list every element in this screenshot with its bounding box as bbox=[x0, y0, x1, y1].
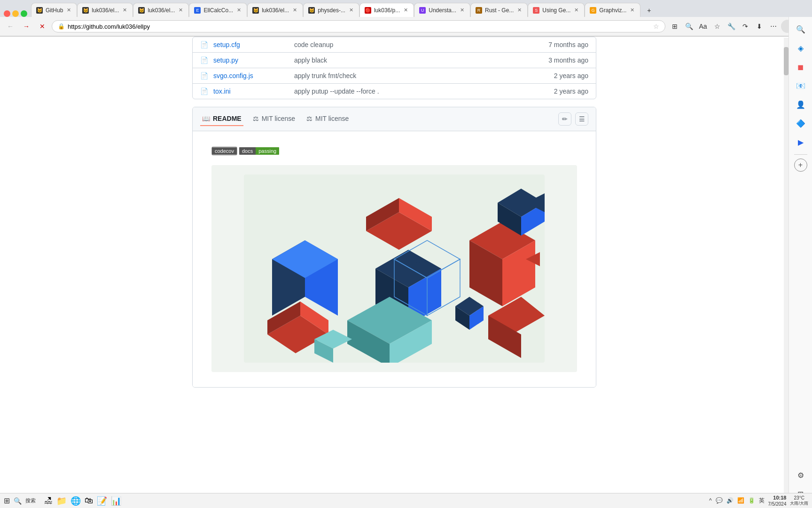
taskbar-edge-button[interactable]: 🌐 bbox=[70, 495, 82, 507]
tab-label-graphviz: Graphviz... bbox=[599, 7, 626, 14]
scrollbar-thumb[interactable] bbox=[784, 47, 789, 75]
file-commit-setuppy: apply black bbox=[294, 56, 526, 64]
tab-luk3[interactable]: 🐱 luk036/el... ✕ bbox=[247, 3, 303, 17]
readme-tab-readme[interactable]: 📖 README bbox=[200, 112, 243, 126]
sidebar-outlook-button[interactable]: 📧 bbox=[792, 77, 809, 94]
tab-physdes[interactable]: 🐱 physdes-... ✕ bbox=[303, 3, 359, 17]
tab-graphviz[interactable]: G Graphviz... ✕ bbox=[585, 3, 640, 17]
time-display: 10:18 bbox=[768, 494, 787, 501]
readme-edit-button[interactable]: ✏ bbox=[558, 112, 571, 126]
sidebar-designer-button[interactable]: ⚙ bbox=[792, 467, 809, 484]
tab-close-rust[interactable]: ✕ bbox=[516, 6, 523, 14]
tab-github[interactable]: 🐱 GitHub ✕ bbox=[31, 3, 77, 17]
file-commit-toxini: apply putup --update --force . bbox=[294, 87, 526, 95]
file-link-svgo[interactable]: svgo.config.js bbox=[213, 72, 289, 79]
tab-label-luk3: luk036/el... bbox=[262, 7, 289, 14]
tab-favicon-rust: R bbox=[476, 7, 482, 14]
start-button[interactable]: ⊞ bbox=[4, 496, 10, 505]
toolbar: ← → ✕ 🔒 ☆ ⊞ 🔍 Aa ☆ 🔧 ↷ ⬇ ⋯ ⋯ bbox=[0, 17, 812, 36]
file-icon-setupcfg: 📄 bbox=[200, 41, 208, 48]
tab-bar: 🐱 GitHub ✕ 🐱 luk036/el... ✕ 🐱 luk036/el.… bbox=[0, 0, 812, 17]
tab-label-luk1: luk036/el... bbox=[92, 7, 119, 14]
taskbar-explorer-button[interactable]: 🏖 bbox=[43, 495, 54, 507]
zoom-button[interactable]: 🔍 bbox=[682, 20, 695, 33]
tab-close-using[interactable]: ✕ bbox=[573, 6, 579, 14]
tab-luk2[interactable]: 🐱 luk036/el... ✕ bbox=[133, 3, 189, 17]
expand-tray-button[interactable]: ^ bbox=[709, 497, 712, 504]
file-icon-svgo: 📄 bbox=[200, 72, 208, 79]
address-bar[interactable]: 🔒 ☆ bbox=[52, 20, 665, 32]
sidebar-search-button[interactable]: 🔍 bbox=[792, 21, 809, 38]
tab-favicon-physdes: 🐱 bbox=[308, 7, 315, 14]
file-time-setupcfg: 7 months ago bbox=[532, 41, 588, 48]
taskbar-another-button[interactable]: 📊 bbox=[110, 495, 122, 507]
scrollbar-track bbox=[784, 38, 789, 493]
battery-icon: 🔋 bbox=[748, 497, 755, 504]
tab-close-luk-active[interactable]: ✕ bbox=[403, 6, 409, 14]
read-aloud-button[interactable]: Aa bbox=[696, 20, 710, 33]
new-tab-button[interactable]: + bbox=[642, 4, 656, 17]
tab-favicon-luk2: 🐱 bbox=[138, 7, 145, 14]
favorites-button[interactable]: ☆ bbox=[710, 20, 724, 33]
edge-sidebar: 🔍 ◈ ◼ 📧 👤 🔷 ▶ + ⚙ ⊞ bbox=[789, 17, 812, 507]
tab-understand[interactable]: U Understa... ✕ bbox=[414, 3, 470, 17]
readme-tab-mit2[interactable]: ⚖ MIT license bbox=[304, 112, 351, 126]
maximize-window-btn[interactable] bbox=[21, 10, 27, 17]
tab-rust[interactable]: R Rust - Ge... ✕ bbox=[470, 3, 528, 17]
reload-button[interactable]: ✕ bbox=[36, 20, 49, 33]
taskbar-files-button[interactable]: 📁 bbox=[55, 495, 68, 507]
search-taskbar-button[interactable]: 🔍 bbox=[14, 497, 22, 505]
tray-icon-1: 💬 bbox=[716, 497, 723, 504]
browser-chrome: 🐱 GitHub ✕ 🐱 luk036/el... ✕ 🐱 luk036/el.… bbox=[0, 0, 812, 37]
readme-svg-illustration bbox=[244, 175, 545, 363]
weather-widget[interactable]: 23°C 大雨/大雨 bbox=[790, 495, 808, 506]
close-window-btn[interactable] bbox=[4, 10, 10, 17]
tab-luk-active[interactable]: 🔴 luk036/p... ✕ bbox=[359, 3, 414, 17]
tab-ellcalc[interactable]: E EllCalcCo... ✕ bbox=[189, 3, 247, 17]
readme-tab-mit1[interactable]: ⚖ MIT license bbox=[251, 112, 297, 126]
tab-close-physdes[interactable]: ✕ bbox=[348, 6, 354, 14]
tab-close-luk1[interactable]: ✕ bbox=[122, 6, 128, 14]
tab-luk1[interactable]: 🐱 luk036/el... ✕ bbox=[77, 3, 133, 17]
history-button[interactable]: ↷ bbox=[739, 20, 752, 33]
sidebar-copilot-button[interactable]: ◈ bbox=[792, 40, 809, 56]
docs-passing-badge[interactable]: docs passing bbox=[239, 146, 279, 156]
tab-close-ellcalc[interactable]: ✕ bbox=[236, 6, 242, 14]
tray-icon-2: 🔊 bbox=[726, 497, 734, 504]
tab-close-understand[interactable]: ✕ bbox=[459, 6, 465, 14]
tab-close-graphviz[interactable]: ✕ bbox=[629, 6, 635, 14]
tab-label-ellcalc: EllCalcCo... bbox=[203, 7, 233, 14]
tab-using[interactable]: S Using Ge... ✕ bbox=[528, 3, 585, 17]
sidebar-tools-button[interactable]: 🔷 bbox=[792, 115, 809, 132]
file-link-toxini[interactable]: tox.ini bbox=[213, 87, 289, 95]
taskbar-cursor-button[interactable]: 📝 bbox=[96, 495, 108, 507]
settings-button[interactable]: ⋯ bbox=[767, 20, 780, 33]
downloads-button[interactable]: ⬇ bbox=[753, 20, 766, 33]
grid-view-button[interactable]: ⊞ bbox=[668, 20, 681, 33]
tab-close-github[interactable]: ✕ bbox=[66, 6, 72, 14]
tab-favicon-using: S bbox=[533, 7, 539, 14]
codecov-badge[interactable]: codecov bbox=[211, 146, 237, 156]
tab-close-luk2[interactable]: ✕ bbox=[178, 6, 184, 14]
taskbar-store-button[interactable]: 🛍 bbox=[84, 495, 94, 507]
sidebar-collections-button[interactable]: ◼ bbox=[792, 58, 809, 75]
sidebar-add-button[interactable]: + bbox=[794, 159, 807, 172]
file-link-setuppy[interactable]: setup.py bbox=[213, 56, 289, 64]
file-time-svgo: 2 years ago bbox=[532, 72, 588, 79]
browser-tools-button[interactable]: 🔧 bbox=[725, 20, 738, 33]
sidebar-people-button[interactable]: 👤 bbox=[792, 96, 809, 113]
bookmark-icon[interactable]: ☆ bbox=[653, 23, 659, 30]
forward-button[interactable]: → bbox=[20, 20, 33, 33]
toolbar-actions: ⊞ 🔍 Aa ☆ 🔧 ↷ ⬇ ⋯ ⋯ bbox=[668, 20, 808, 33]
readme-toc-button[interactable]: ☰ bbox=[575, 112, 588, 126]
file-link-setupcfg[interactable]: setup.cfg bbox=[213, 41, 289, 48]
minimize-window-btn[interactable] bbox=[12, 10, 19, 17]
back-button[interactable]: ← bbox=[4, 20, 17, 33]
sidebar-translate-button[interactable]: ▶ bbox=[792, 134, 809, 151]
url-input[interactable] bbox=[68, 23, 650, 30]
status-bar: ⊞ 🔍 搜索 🏖 📁 🌐 🛍 📝 📊 ^ 💬 🔊 📶 🔋 英 10:18 7/5… bbox=[0, 493, 812, 507]
tab-close-luk3[interactable]: ✕ bbox=[292, 6, 298, 14]
tab-favicon-luk3: 🐱 bbox=[252, 7, 259, 14]
tray-icon-3: 📶 bbox=[737, 497, 744, 504]
clock[interactable]: 10:18 7/5/2024 bbox=[768, 494, 787, 507]
